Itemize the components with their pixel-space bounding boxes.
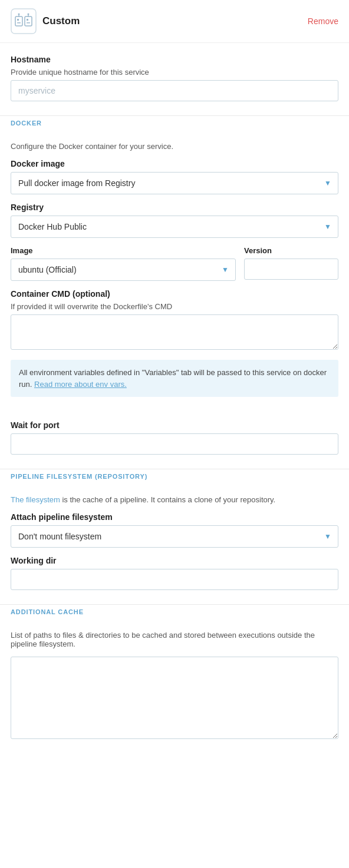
hostname-input[interactable] — [11, 80, 338, 101]
registry-select[interactable]: Docker Hub Public — [11, 216, 338, 238]
svg-point-5 — [18, 14, 20, 15]
image-select-wrapper: ubuntu (Official) ▼ — [11, 259, 236, 281]
attach-filesystem-select-wrapper: Don't mount filesystem ▼ — [11, 525, 338, 548]
hostname-section: Hostname Provide unique hostname for thi… — [0, 43, 349, 113]
additional-cache-section: List of paths to files & directories to … — [0, 619, 349, 753]
working-dir-label: Working dir — [11, 556, 338, 565]
docker-divider: DOCKER — [0, 115, 349, 130]
header: Custom Remove — [0, 0, 349, 43]
attach-filesystem-select[interactable]: Don't mount filesystem — [11, 525, 338, 548]
docker-section: Configure the Docker container for your … — [0, 130, 349, 409]
image-label: Image — [11, 246, 236, 255]
pipeline-filesystem-description: The filesystem is the cache of a pipelin… — [11, 495, 338, 504]
remove-button[interactable]: Remove — [308, 16, 338, 26]
custom-icon — [11, 8, 37, 34]
attach-filesystem-label: Attach pipeline filesystem — [11, 512, 338, 522]
svg-rect-8 — [27, 22, 30, 24]
wait-for-port-input[interactable] — [11, 433, 338, 455]
docker-image-label: Docker image — [11, 159, 338, 168]
svg-rect-2 — [17, 19, 19, 21]
svg-point-10 — [28, 14, 29, 15]
registry-select-wrapper: Docker Hub Public ▼ — [11, 216, 338, 238]
hostname-description: Provide unique hostname for this service — [11, 68, 338, 77]
env-vars-info-box: All environment variables defined in "Va… — [11, 360, 338, 397]
image-select[interactable]: ubuntu (Official) — [11, 259, 236, 281]
filesystem-description-text: is the cache of a pipeline. It contains … — [60, 495, 275, 504]
docker-image-select-wrapper: Pull docker image from Registry ▼ — [11, 172, 338, 194]
version-input[interactable]: 18.04 — [244, 259, 338, 280]
filesystem-link[interactable]: The filesystem — [11, 495, 60, 504]
version-label: Version — [244, 246, 338, 255]
wait-for-port-label: Wait for port — [11, 420, 338, 430]
hostname-label: Hostname — [11, 55, 338, 64]
docker-image-select[interactable]: Pull docker image from Registry — [11, 172, 338, 194]
additional-cache-divider: ADDITIONAL CACHE — [0, 604, 349, 619]
container-cmd-label: Container CMD (optional) — [11, 289, 338, 299]
page-title: Custom — [42, 15, 80, 27]
svg-rect-7 — [27, 19, 28, 21]
image-version-row: Image ubuntu (Official) ▼ Version 18.04 — [11, 246, 338, 281]
working-dir-input[interactable] — [11, 569, 338, 590]
pipeline-filesystem-divider: PIPELINE FILESYSTEM (REPOSITORY) — [0, 469, 349, 483]
version-col: Version 18.04 — [244, 246, 338, 281]
additional-cache-input[interactable] — [11, 657, 338, 739]
container-cmd-input[interactable] — [11, 314, 338, 350]
registry-label: Registry — [11, 203, 338, 212]
additional-cache-description: List of paths to files & directories to … — [11, 631, 338, 648]
container-cmd-description: If provided it will overwrite the Docker… — [11, 302, 338, 311]
pipeline-filesystem-section: The filesystem is the cache of a pipelin… — [0, 483, 349, 602]
image-col: Image ubuntu (Official) ▼ — [11, 246, 236, 281]
header-left: Custom — [11, 8, 80, 34]
wait-for-port-section: Wait for port — [0, 409, 349, 466]
svg-rect-3 — [17, 22, 21, 24]
docker-description: Configure the Docker container for your … — [11, 142, 338, 151]
env-vars-link[interactable]: Read more about env vars. — [34, 380, 127, 389]
